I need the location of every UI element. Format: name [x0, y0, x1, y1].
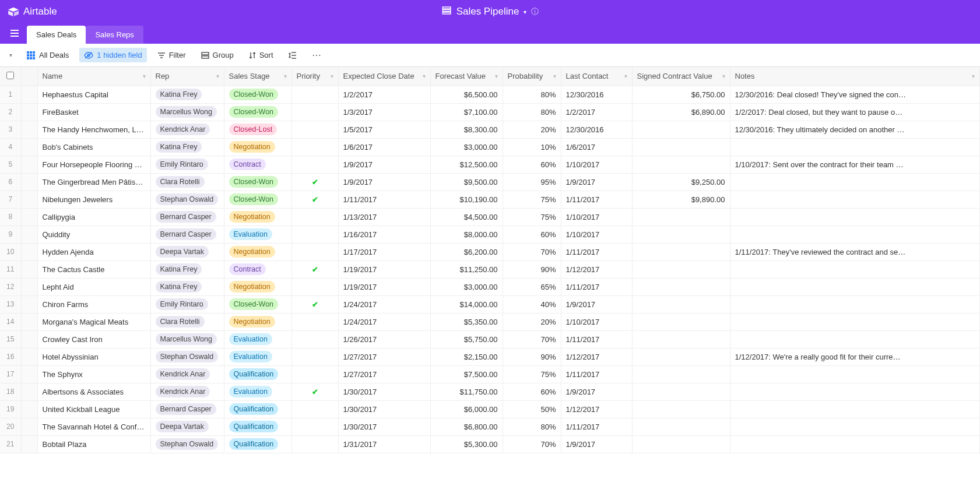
- row-number[interactable]: 21: [0, 435, 21, 453]
- cell-stage[interactable]: Negotiation: [224, 243, 291, 260]
- cell-last-contact[interactable]: 1/11/2017: [561, 278, 632, 295]
- cell-priority[interactable]: ✔: [291, 191, 338, 208]
- cell-notes[interactable]: [730, 208, 980, 226]
- cell-expected-close[interactable]: 1/30/2017: [338, 383, 430, 400]
- cell-last-contact[interactable]: 1/12/2017: [561, 260, 632, 278]
- table-tab[interactable]: Sales Reps: [86, 26, 143, 44]
- cell-forecast[interactable]: $8,000.00: [430, 226, 503, 243]
- cell-priority[interactable]: [291, 400, 338, 418]
- cell-signed[interactable]: [632, 383, 730, 400]
- cell-notes[interactable]: 1/11/2017: They've reviewed the contract…: [730, 243, 980, 260]
- cell-last-contact[interactable]: 1/6/2017: [561, 138, 632, 156]
- cell-stage[interactable]: Evaluation: [224, 348, 291, 365]
- cell-expected-close[interactable]: 1/5/2017: [338, 121, 430, 138]
- cell-signed[interactable]: [632, 348, 730, 365]
- cell-priority[interactable]: [291, 226, 338, 243]
- row-number[interactable]: 4: [0, 138, 21, 156]
- cell-signed[interactable]: $9,890.00: [632, 191, 730, 208]
- filter-button[interactable]: Filter: [153, 48, 191, 62]
- cell-forecast[interactable]: $5,350.00: [430, 313, 503, 330]
- cell-notes[interactable]: [730, 418, 980, 435]
- row-number[interactable]: 12: [0, 278, 21, 295]
- table-row[interactable]: 3The Handy Henchwomen, LLCKendrick AnarC…: [0, 121, 980, 138]
- cell-notes[interactable]: [730, 435, 980, 453]
- table-row[interactable]: 16Hotel AbyssinianStephan OswaldEvaluati…: [0, 348, 980, 365]
- cell-name[interactable]: The Cactus Castle: [37, 260, 150, 278]
- cell-stage[interactable]: Negotiation: [224, 138, 291, 156]
- cell-expected-close[interactable]: 1/31/2017: [338, 435, 430, 453]
- cell-probability[interactable]: 70%: [503, 243, 561, 260]
- cell-rep[interactable]: Emily Rintaro: [150, 295, 224, 313]
- cell-priority[interactable]: [291, 278, 338, 295]
- cell-signed[interactable]: [632, 138, 730, 156]
- cell-name[interactable]: Nibelungen Jewelers: [37, 191, 150, 208]
- cell-notes[interactable]: [730, 173, 980, 191]
- table-row[interactable]: 13Chiron FarmsEmily RintaroClosed-Won✔1/…: [0, 295, 980, 313]
- select-all-checkbox[interactable]: [6, 72, 14, 79]
- cell-stage[interactable]: Negotiation: [224, 278, 291, 295]
- cell-expected-close[interactable]: 1/26/2017: [338, 330, 430, 348]
- cell-last-contact[interactable]: 1/9/2017: [561, 173, 632, 191]
- cell-stage[interactable]: Closed-Lost: [224, 121, 291, 138]
- cell-signed[interactable]: [632, 295, 730, 313]
- cell-notes[interactable]: [730, 313, 980, 330]
- table-row[interactable]: 11The Cactus CastleKatina FreyContract✔1…: [0, 260, 980, 278]
- expand-cell[interactable]: [21, 365, 37, 383]
- cell-rep[interactable]: Emily Rintaro: [150, 156, 224, 173]
- cell-last-contact[interactable]: 1/11/2017: [561, 191, 632, 208]
- cell-priority[interactable]: [291, 86, 338, 103]
- row-number[interactable]: 6: [0, 173, 21, 191]
- cell-forecast[interactable]: $6,000.00: [430, 400, 503, 418]
- table-row[interactable]: 18Albertsons & AssociatesKendrick AnarEv…: [0, 383, 980, 400]
- cell-name[interactable]: The Handy Henchwomen, LLC: [37, 121, 150, 138]
- expand-cell[interactable]: [21, 330, 37, 348]
- cell-last-contact[interactable]: 1/9/2017: [561, 383, 632, 400]
- cell-rep[interactable]: Katina Frey: [150, 86, 224, 103]
- expand-cell[interactable]: [21, 156, 37, 173]
- row-number[interactable]: 13: [0, 295, 21, 313]
- cell-priority[interactable]: [291, 103, 338, 121]
- cell-last-contact[interactable]: 1/11/2017: [561, 418, 632, 435]
- table-row[interactable]: 10Hydden AjendaDeepa VartakNegotiation1/…: [0, 243, 980, 260]
- cell-forecast[interactable]: $14,000.00: [430, 295, 503, 313]
- table-row[interactable]: 4Bob's CabinetsKatina FreyNegotiation1/6…: [0, 138, 980, 156]
- table-row[interactable]: 14Morgana's Magical MeatsClara RotelliNe…: [0, 313, 980, 330]
- row-number[interactable]: 16: [0, 348, 21, 365]
- column-header-forecast[interactable]: Forecast Value▾: [430, 67, 503, 86]
- cell-forecast[interactable]: $3,000.00: [430, 278, 503, 295]
- row-number[interactable]: 14: [0, 313, 21, 330]
- cell-signed[interactable]: [632, 313, 730, 330]
- cell-forecast[interactable]: $6,800.00: [430, 418, 503, 435]
- cell-notes[interactable]: [730, 260, 980, 278]
- row-height-button[interactable]: [284, 48, 301, 62]
- cell-signed[interactable]: [632, 278, 730, 295]
- cell-name[interactable]: Hydden Ajenda: [37, 243, 150, 260]
- cell-name[interactable]: Bob's Cabinets: [37, 138, 150, 156]
- cell-probability[interactable]: 60%: [503, 156, 561, 173]
- expand-cell[interactable]: [21, 418, 37, 435]
- chevron-down-icon[interactable]: ▾: [331, 73, 333, 79]
- chevron-down-icon[interactable]: ▾: [495, 73, 498, 79]
- cell-name[interactable]: Lepht Aid: [37, 278, 150, 295]
- cell-rep[interactable]: Marcellus Wong: [150, 103, 224, 121]
- cell-expected-close[interactable]: 1/3/2017: [338, 103, 430, 121]
- cell-rep[interactable]: Katina Frey: [150, 138, 224, 156]
- table-row[interactable]: 9QuiddityBernard CasperEvaluation1/16/20…: [0, 226, 980, 243]
- cell-priority[interactable]: ✔: [291, 295, 338, 313]
- cell-expected-close[interactable]: 1/30/2017: [338, 418, 430, 435]
- chevron-down-icon[interactable]: ▾: [624, 73, 627, 79]
- cell-expected-close[interactable]: 1/9/2017: [338, 156, 430, 173]
- info-icon[interactable]: ⓘ: [531, 6, 539, 17]
- cell-forecast[interactable]: $11,750.00: [430, 383, 503, 400]
- expand-cell[interactable]: [21, 383, 37, 400]
- table-row[interactable]: 8CallipygiaBernard CasperNegotiation1/13…: [0, 208, 980, 226]
- expand-cell[interactable]: [21, 86, 37, 103]
- chevron-down-icon[interactable]: ▾: [284, 73, 287, 79]
- cell-priority[interactable]: [291, 156, 338, 173]
- row-number[interactable]: 15: [0, 330, 21, 348]
- column-header-stage[interactable]: Sales Stage▾: [224, 67, 291, 86]
- cell-stage[interactable]: Qualification: [224, 400, 291, 418]
- expand-cell[interactable]: [21, 313, 37, 330]
- cell-name[interactable]: Chiron Farms: [37, 295, 150, 313]
- cell-name[interactable]: Hephaestus Capital: [37, 86, 150, 103]
